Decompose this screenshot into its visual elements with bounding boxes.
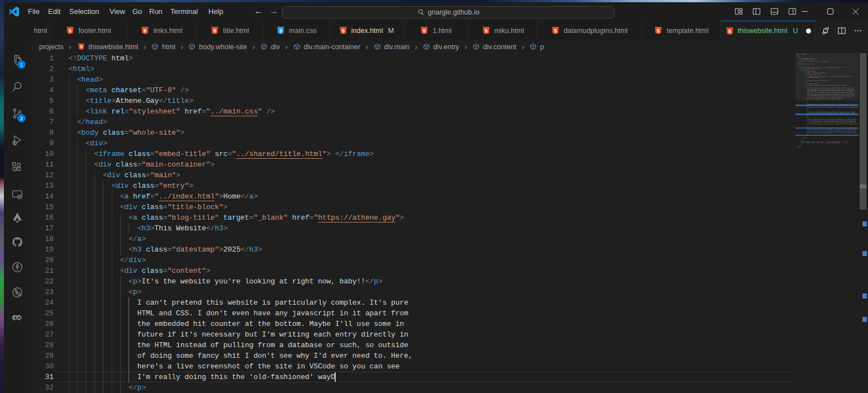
svg-text:5: 5 bbox=[657, 28, 660, 34]
svg-text:3: 3 bbox=[279, 28, 282, 34]
svg-text:5: 5 bbox=[554, 28, 557, 34]
svg-text:5: 5 bbox=[80, 44, 83, 49]
svg-text:5: 5 bbox=[728, 28, 731, 34]
svg-text:5: 5 bbox=[423, 28, 426, 34]
svg-text:5: 5 bbox=[69, 28, 71, 34]
svg-text:5: 5 bbox=[485, 28, 488, 34]
svg-text:5: 5 bbox=[342, 28, 345, 34]
svg-text:5: 5 bbox=[144, 28, 147, 34]
svg-text:5: 5 bbox=[213, 28, 216, 34]
